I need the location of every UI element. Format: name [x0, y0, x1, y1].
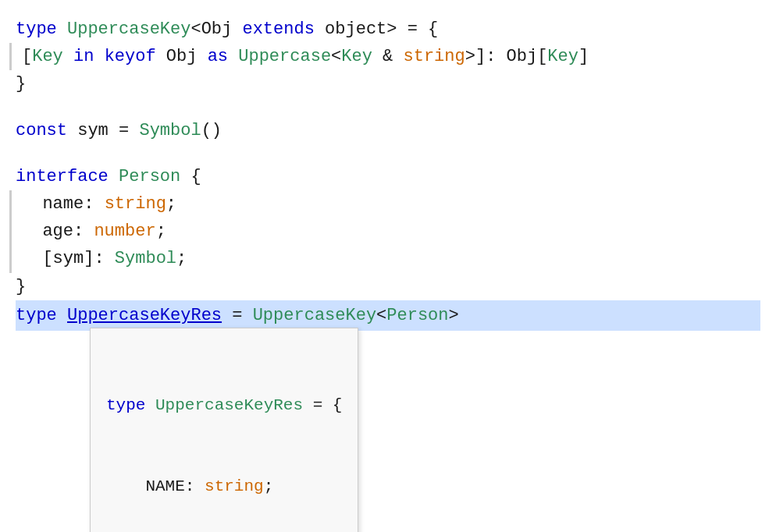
code-line-8: name: string; [16, 190, 760, 218]
code-line-5: const sym = Symbol() [16, 117, 760, 144]
code-uppercase: Uppercase [238, 43, 331, 70]
line-bar-1 [9, 43, 12, 70]
gap-1 [16, 98, 760, 117]
code-obj2: Obj[ [507, 43, 548, 70]
code-generic: < [331, 43, 341, 70]
code-string: string [404, 43, 465, 70]
code-object: object> = { [325, 16, 438, 43]
code-person2: Person [386, 302, 448, 329]
code-number-type: number [94, 218, 155, 245]
code-key3: Key [547, 43, 578, 70]
line-bar-2 [9, 190, 12, 218]
code-obj: Obj [166, 43, 208, 70]
code-sym: sym = [77, 117, 139, 144]
code-line-2: [Key in keyof Obj as Uppercase<Key & str… [16, 43, 760, 70]
tooltip-string: string [205, 473, 264, 500]
code-in [63, 43, 73, 70]
code-line-11: } type UppercaseKeyRes = { NAME: string;… [16, 273, 760, 300]
tooltip-popup: type UppercaseKeyRes = { NAME: string; A… [90, 273, 358, 533]
code-line-9: age: number; [16, 218, 760, 245]
code-line-3: } [16, 70, 760, 98]
code-age-prop: age: [22, 218, 94, 245]
tooltip-name-prop: NAME: [106, 473, 205, 500]
code-sym-prop: [sym]: [22, 245, 115, 272]
code-string-type: string [105, 190, 166, 218]
type-name-uppercasekey: UppercaseKey [67, 16, 190, 43]
keyword-as: as [208, 43, 239, 70]
code-semi1: ; [166, 190, 176, 218]
code-openbrace2: { [190, 163, 201, 190]
line-bar-4 [9, 245, 12, 272]
tooltip-typename: UppercaseKeyRes [155, 392, 303, 419]
code-key: Key [32, 43, 63, 70]
code-person: Person [119, 163, 190, 190]
code-editor: type UppercaseKey<Obj extends object> = … [8, 16, 768, 331]
code-close2: ] [578, 43, 589, 70]
code-bracket: [ [22, 43, 32, 70]
keyword-in: in [73, 43, 105, 70]
code-line-7: interface Person { [16, 163, 760, 190]
tooltip-semi1: ; [264, 473, 274, 500]
code-symbol-type: Symbol [115, 245, 176, 272]
code-close: >]: [465, 43, 507, 70]
keyword-keyof: keyof [105, 43, 166, 70]
code-name-prop: name: [22, 190, 105, 218]
keyword-type2: type [16, 302, 67, 329]
code-semi2: ; [156, 218, 166, 245]
code-line-10: [sym]: Symbol; [16, 245, 760, 272]
tooltip-box: type UppercaseKeyRes = { NAME: string; A… [90, 328, 358, 532]
code-punct: <Obj [190, 16, 242, 43]
code-semi3: ; [176, 245, 187, 272]
tooltip-kw-type: type [106, 392, 155, 419]
tooltip-line-1: type UppercaseKeyRes = { [106, 392, 342, 419]
keyword-extends: extends [242, 16, 325, 43]
keyword-interface: interface [16, 163, 119, 190]
code-close3: > [449, 302, 459, 329]
code-key2: Key [341, 43, 372, 70]
keyword-type: type [16, 16, 67, 43]
code-closebrace: } [16, 70, 26, 98]
code-parens: () [201, 117, 222, 144]
line-bar-3 [9, 218, 12, 245]
tooltip-line-2: NAME: string; [106, 473, 342, 500]
code-closebrace2: } [16, 273, 26, 300]
code-amp: & [372, 43, 404, 70]
code-symbol-call: Symbol [139, 117, 201, 144]
code-person-generic: < [376, 302, 386, 329]
tooltip-eq: = { [303, 392, 342, 419]
keyword-const: const [16, 117, 77, 144]
gap-2 [16, 144, 760, 163]
code-line-1: type UppercaseKey<Obj extends object> = … [16, 16, 760, 43]
